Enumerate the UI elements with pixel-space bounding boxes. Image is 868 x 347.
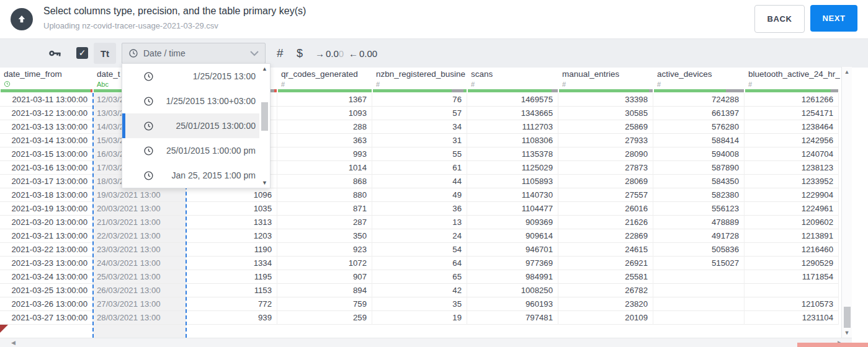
cell[interactable]: 1035: [186, 202, 277, 216]
cell[interactable]: 1216460: [745, 243, 839, 257]
cell[interactable]: 26782: [558, 284, 653, 297]
cell[interactable]: 26016: [558, 202, 653, 216]
cell[interactable]: 31: [372, 134, 467, 147]
cell[interactable]: 515027: [653, 257, 745, 270]
cell[interactable]: 2021-03-22 13:00:00: [0, 243, 93, 257]
scroll-down-arrow-icon[interactable]: ▼: [259, 180, 270, 186]
cell[interactable]: 2021-03-18 13:00:00: [0, 188, 93, 202]
cell[interactable]: 27873: [558, 161, 653, 175]
cell[interactable]: 1261266: [745, 93, 839, 107]
cell[interactable]: 61: [372, 161, 467, 175]
cell[interactable]: [653, 284, 745, 297]
cell[interactable]: 871: [277, 202, 372, 216]
type-dropdown[interactable]: Date / time: [122, 43, 266, 64]
currency-type-button[interactable]: $: [297, 39, 303, 68]
cell[interactable]: 2021-03-12 13:00:00: [0, 107, 93, 120]
cell[interactable]: 1238123: [745, 161, 839, 175]
cell[interactable]: 36: [372, 202, 467, 216]
cell[interactable]: 724288: [653, 93, 745, 107]
cell[interactable]: 1334: [186, 257, 277, 270]
cell[interactable]: 478889: [653, 216, 745, 229]
format-option[interactable]: 1/25/2015 13:00: [122, 64, 259, 89]
cell[interactable]: 909369: [467, 216, 558, 229]
cell[interactable]: 19/03/2021 13:00: [93, 188, 186, 202]
cell[interactable]: 1135378: [467, 147, 558, 161]
cell[interactable]: 1213891: [745, 229, 839, 243]
cell[interactable]: 1108306: [467, 134, 558, 147]
cell[interactable]: 587890: [653, 161, 745, 175]
cell[interactable]: 1233952: [745, 175, 839, 188]
cell[interactable]: 288: [277, 120, 372, 134]
cell[interactable]: 30585: [558, 107, 653, 120]
cell[interactable]: [653, 297, 745, 311]
cell[interactable]: 2021-03-11 13:00:00: [0, 93, 93, 107]
cell[interactable]: 2021-03-27 13:00:00: [0, 311, 93, 325]
cell[interactable]: 259: [277, 311, 372, 325]
cell[interactable]: 55: [372, 147, 467, 161]
cell[interactable]: 1290529: [745, 257, 839, 270]
cell[interactable]: 28/03/2021 13:00: [93, 311, 186, 325]
cell[interactable]: 25581: [558, 270, 653, 284]
cell[interactable]: 20/03/2021 13:00: [93, 202, 186, 216]
format-option[interactable]: 25/01/2015 1:00:00 pm: [122, 138, 259, 163]
cell[interactable]: 2021-03-20 13:00:00: [0, 216, 93, 229]
scroll-up-arrow-icon[interactable]: ▲: [842, 69, 852, 75]
cell[interactable]: 946701: [467, 243, 558, 257]
cell[interactable]: 2021-03-16 13:00:00: [0, 161, 93, 175]
cell[interactable]: 1140730: [467, 188, 558, 202]
format-option[interactable]: 25/01/2015 13:00:00: [122, 113, 259, 138]
cell[interactable]: 576280: [653, 120, 745, 134]
cell[interactable]: 582380: [653, 188, 745, 202]
cell[interactable]: 54: [372, 243, 467, 257]
cell[interactable]: 25/03/2021 13:00: [93, 270, 186, 284]
cell[interactable]: 350: [277, 229, 372, 243]
cell[interactable]: 76: [372, 93, 467, 107]
cell[interactable]: 880: [277, 188, 372, 202]
vertical-scrollbar[interactable]: ▲ ▼: [841, 67, 852, 338]
cell[interactable]: 363: [277, 134, 372, 147]
cell[interactable]: 977369: [467, 257, 558, 270]
cell[interactable]: 20109: [558, 311, 653, 325]
cell[interactable]: 894: [277, 284, 372, 297]
scroll-down-arrow-icon[interactable]: ▼: [842, 330, 852, 336]
scroll-up-arrow-icon[interactable]: ▲: [259, 66, 270, 72]
cell[interactable]: 584350: [653, 175, 745, 188]
cell[interactable]: 2021-03-14 13:00:00: [0, 134, 93, 147]
cell[interactable]: 1105893: [467, 175, 558, 188]
cell[interactable]: 27933: [558, 134, 653, 147]
include-column-checkbox[interactable]: ✓: [76, 47, 88, 59]
cell[interactable]: 2021-03-19 13:00:00: [0, 202, 93, 216]
cell[interactable]: 57: [372, 107, 467, 120]
cell[interactable]: 1093: [277, 107, 372, 120]
cell[interactable]: 35: [372, 297, 467, 311]
cell[interactable]: 1231104: [745, 311, 839, 325]
cell[interactable]: 1343665: [467, 107, 558, 120]
cell[interactable]: 1203: [186, 229, 277, 243]
cell[interactable]: 24/03/2021 13:00: [93, 257, 186, 270]
cell[interactable]: 1469575: [467, 93, 558, 107]
cell[interactable]: 1014: [277, 161, 372, 175]
cell[interactable]: 1195: [186, 270, 277, 284]
cell[interactable]: 939: [186, 311, 277, 325]
cell[interactable]: 1096: [186, 188, 277, 202]
cell[interactable]: 1112703: [467, 120, 558, 134]
cell[interactable]: 2021-03-21 13:00:00: [0, 229, 93, 243]
cell[interactable]: 1125029: [467, 161, 558, 175]
vertical-scrollbar-thumb[interactable]: [844, 307, 851, 328]
cell[interactable]: 1254171: [745, 107, 839, 120]
cell[interactable]: 505836: [653, 243, 745, 257]
cell[interactable]: 491728: [653, 229, 745, 243]
cell[interactable]: [653, 270, 745, 284]
cell[interactable]: 287: [277, 216, 372, 229]
cell[interactable]: 1210573: [745, 297, 839, 311]
cell[interactable]: 993: [277, 147, 372, 161]
cell[interactable]: 1240704: [745, 147, 839, 161]
cell[interactable]: 2021-03-26 13:00:00: [0, 297, 93, 311]
number-type-button[interactable]: #: [277, 39, 284, 68]
cell[interactable]: 19: [372, 311, 467, 325]
cell[interactable]: 984991: [467, 270, 558, 284]
cell[interactable]: 759: [277, 297, 372, 311]
cell[interactable]: 21626: [558, 216, 653, 229]
cell[interactable]: 1153: [186, 284, 277, 297]
scroll-left-arrow-icon[interactable]: ◀: [11, 340, 16, 346]
